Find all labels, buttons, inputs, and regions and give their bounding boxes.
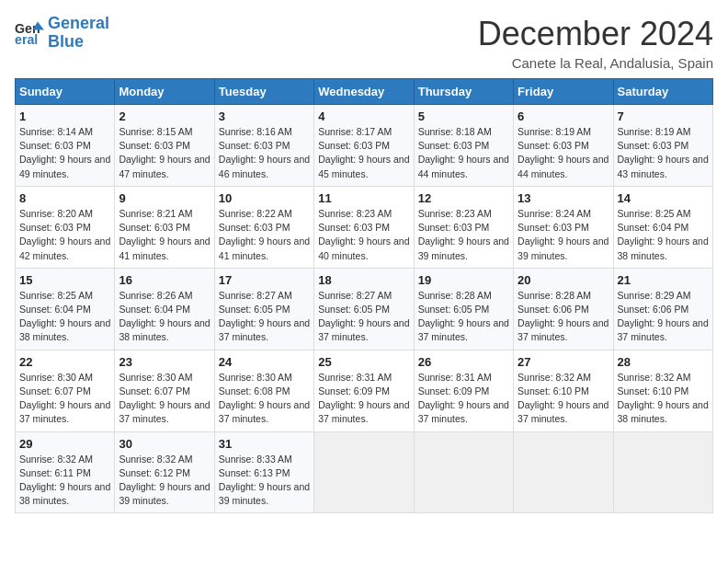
day-info: Sunrise: 8:24 AMSunset: 6:03 PMDaylight:… — [518, 207, 609, 263]
day-info: Sunrise: 8:21 AMSunset: 6:03 PMDaylight:… — [119, 207, 210, 263]
day-number: 8 — [19, 191, 110, 205]
day-info: Sunrise: 8:28 AMSunset: 6:05 PMDaylight:… — [418, 289, 509, 345]
calendar-cell: 24Sunrise: 8:30 AMSunset: 6:08 PMDayligh… — [214, 350, 313, 431]
day-number: 22 — [19, 355, 110, 369]
calendar-cell: 30Sunrise: 8:32 AMSunset: 6:12 PMDayligh… — [115, 431, 214, 513]
day-number: 30 — [119, 437, 210, 451]
page-header: Gen eral GeneralBlue December 2024 Canet… — [15, 15, 713, 71]
calendar-cell: 12Sunrise: 8:23 AMSunset: 6:03 PMDayligh… — [414, 186, 513, 268]
calendar-cell: 6Sunrise: 8:19 AMSunset: 6:03 PMDaylight… — [514, 105, 613, 187]
calendar-cell: 9Sunrise: 8:21 AMSunset: 6:03 PMDaylight… — [115, 186, 214, 268]
weekday-tuesday: Tuesday — [214, 79, 313, 105]
day-info: Sunrise: 8:26 AMSunset: 6:04 PMDaylight:… — [119, 289, 210, 345]
day-number: 17 — [219, 273, 310, 287]
day-info: Sunrise: 8:25 AMSunset: 6:04 PMDaylight:… — [618, 207, 709, 263]
calendar-cell: 26Sunrise: 8:31 AMSunset: 6:09 PMDayligh… — [414, 350, 513, 431]
week-row-2: 8Sunrise: 8:20 AMSunset: 6:03 PMDaylight… — [16, 186, 713, 268]
calendar-cell: 27Sunrise: 8:32 AMSunset: 6:10 PMDayligh… — [514, 350, 613, 431]
day-info: Sunrise: 8:28 AMSunset: 6:06 PMDaylight:… — [518, 289, 609, 345]
calendar-cell: 23Sunrise: 8:30 AMSunset: 6:07 PMDayligh… — [115, 350, 214, 431]
calendar-cell: 3Sunrise: 8:16 AMSunset: 6:03 PMDaylight… — [214, 105, 313, 187]
calendar-body: 1Sunrise: 8:14 AMSunset: 6:03 PMDaylight… — [16, 105, 713, 513]
day-info: Sunrise: 8:30 AMSunset: 6:07 PMDaylight:… — [119, 371, 210, 427]
logo-icon: Gen eral — [15, 18, 44, 48]
calendar-cell: 7Sunrise: 8:19 AMSunset: 6:03 PMDaylight… — [613, 105, 712, 187]
week-row-5: 29Sunrise: 8:32 AMSunset: 6:11 PMDayligh… — [16, 431, 713, 513]
svg-text:eral: eral — [15, 32, 38, 47]
calendar-cell: 21Sunrise: 8:29 AMSunset: 6:06 PMDayligh… — [613, 268, 712, 350]
calendar-cell: 5Sunrise: 8:18 AMSunset: 6:03 PMDaylight… — [414, 105, 513, 187]
calendar-cell: 18Sunrise: 8:27 AMSunset: 6:05 PMDayligh… — [314, 268, 414, 350]
calendar-cell: 20Sunrise: 8:28 AMSunset: 6:06 PMDayligh… — [514, 268, 613, 350]
calendar-cell: 25Sunrise: 8:31 AMSunset: 6:09 PMDayligh… — [314, 350, 414, 431]
month-title: December 2024 — [478, 15, 713, 53]
day-info: Sunrise: 8:17 AMSunset: 6:03 PMDaylight:… — [318, 125, 409, 181]
day-number: 23 — [119, 355, 210, 369]
day-number: 15 — [19, 273, 110, 287]
day-info: Sunrise: 8:32 AMSunset: 6:12 PMDaylight:… — [119, 453, 210, 509]
calendar-cell: 11Sunrise: 8:23 AMSunset: 6:03 PMDayligh… — [314, 186, 414, 268]
day-number: 31 — [219, 437, 310, 451]
weekday-wednesday: Wednesday — [314, 79, 414, 105]
day-number: 13 — [518, 191, 609, 205]
day-info: Sunrise: 8:31 AMSunset: 6:09 PMDaylight:… — [418, 371, 509, 427]
calendar-cell: 8Sunrise: 8:20 AMSunset: 6:03 PMDaylight… — [16, 186, 115, 268]
weekday-header-row: SundayMondayTuesdayWednesdayThursdayFrid… — [16, 79, 713, 105]
day-number: 5 — [418, 109, 509, 123]
week-row-3: 15Sunrise: 8:25 AMSunset: 6:04 PMDayligh… — [16, 268, 713, 350]
calendar-table: SundayMondayTuesdayWednesdayThursdayFrid… — [15, 78, 713, 513]
calendar-cell — [514, 431, 613, 513]
day-number: 11 — [318, 191, 409, 205]
calendar-cell: 31Sunrise: 8:33 AMSunset: 6:13 PMDayligh… — [214, 431, 313, 513]
day-number: 27 — [518, 355, 609, 369]
day-number: 20 — [518, 273, 609, 287]
day-info: Sunrise: 8:32 AMSunset: 6:11 PMDaylight:… — [19, 453, 110, 509]
day-number: 25 — [318, 355, 409, 369]
day-number: 1 — [19, 109, 110, 123]
calendar-cell: 29Sunrise: 8:32 AMSunset: 6:11 PMDayligh… — [16, 431, 115, 513]
day-number: 19 — [418, 273, 509, 287]
day-info: Sunrise: 8:25 AMSunset: 6:04 PMDaylight:… — [19, 289, 110, 345]
day-number: 7 — [618, 109, 709, 123]
calendar-cell: 1Sunrise: 8:14 AMSunset: 6:03 PMDaylight… — [16, 105, 115, 187]
day-info: Sunrise: 8:19 AMSunset: 6:03 PMDaylight:… — [618, 125, 709, 181]
day-number: 21 — [618, 273, 709, 287]
day-number: 26 — [418, 355, 509, 369]
day-number: 3 — [219, 109, 310, 123]
day-info: Sunrise: 8:23 AMSunset: 6:03 PMDaylight:… — [318, 207, 409, 263]
day-info: Sunrise: 8:14 AMSunset: 6:03 PMDaylight:… — [19, 125, 110, 181]
calendar-cell — [414, 431, 513, 513]
weekday-friday: Friday — [514, 79, 613, 105]
day-number: 24 — [219, 355, 310, 369]
calendar-cell: 4Sunrise: 8:17 AMSunset: 6:03 PMDaylight… — [314, 105, 414, 187]
day-info: Sunrise: 8:18 AMSunset: 6:03 PMDaylight:… — [418, 125, 509, 181]
calendar-cell: 14Sunrise: 8:25 AMSunset: 6:04 PMDayligh… — [613, 186, 712, 268]
day-info: Sunrise: 8:31 AMSunset: 6:09 PMDaylight:… — [318, 371, 409, 427]
day-number: 18 — [318, 273, 409, 287]
calendar-cell — [613, 431, 712, 513]
day-number: 6 — [518, 109, 609, 123]
day-number: 2 — [119, 109, 210, 123]
day-number: 28 — [618, 355, 709, 369]
logo: Gen eral GeneralBlue — [15, 15, 109, 52]
day-info: Sunrise: 8:20 AMSunset: 6:03 PMDaylight:… — [19, 207, 110, 263]
day-number: 29 — [19, 437, 110, 451]
day-info: Sunrise: 8:27 AMSunset: 6:05 PMDaylight:… — [318, 289, 409, 345]
day-info: Sunrise: 8:19 AMSunset: 6:03 PMDaylight:… — [518, 125, 609, 181]
calendar-cell: 16Sunrise: 8:26 AMSunset: 6:04 PMDayligh… — [115, 268, 214, 350]
day-info: Sunrise: 8:15 AMSunset: 6:03 PMDaylight:… — [119, 125, 210, 181]
calendar-cell: 2Sunrise: 8:15 AMSunset: 6:03 PMDaylight… — [115, 105, 214, 187]
weekday-monday: Monday — [115, 79, 214, 105]
day-info: Sunrise: 8:22 AMSunset: 6:03 PMDaylight:… — [219, 207, 310, 263]
day-info: Sunrise: 8:33 AMSunset: 6:13 PMDaylight:… — [219, 453, 310, 509]
day-info: Sunrise: 8:27 AMSunset: 6:05 PMDaylight:… — [219, 289, 310, 345]
calendar-cell: 10Sunrise: 8:22 AMSunset: 6:03 PMDayligh… — [214, 186, 313, 268]
day-info: Sunrise: 8:16 AMSunset: 6:03 PMDaylight:… — [219, 125, 310, 181]
day-number: 9 — [119, 191, 210, 205]
calendar-cell — [314, 431, 414, 513]
day-number: 12 — [418, 191, 509, 205]
weekday-saturday: Saturday — [613, 79, 712, 105]
location: Canete la Real, Andalusia, Spain — [478, 55, 713, 71]
week-row-4: 22Sunrise: 8:30 AMSunset: 6:07 PMDayligh… — [16, 350, 713, 431]
day-number: 10 — [219, 191, 310, 205]
